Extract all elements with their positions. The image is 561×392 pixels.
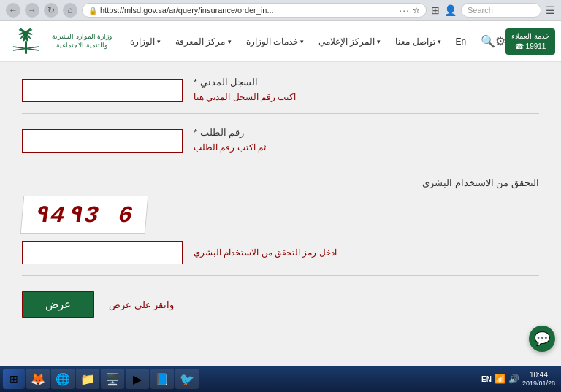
nav-item-en[interactable]: En bbox=[449, 32, 474, 51]
captcha-input-row: ادخل رمز التحقق من الاستخدام البشري bbox=[22, 241, 539, 264]
captcha-input-label: ادخل رمز التحقق من الاستخدام البشري bbox=[194, 247, 337, 258]
user-icon[interactable]: 👤 bbox=[444, 4, 457, 16]
nav-item-knowledge[interactable]: ▾ مركز المعرفة bbox=[168, 32, 238, 51]
taskbar-right: EN 📶 🔊 10:44 2019/01/28 bbox=[481, 370, 558, 388]
ministry-name-line2: والتنمية الاجتماعية bbox=[56, 42, 107, 49]
nav-menu: En ▾ تواصل معنا ▾ المركز الإعلامي ▾ خدما… bbox=[112, 32, 473, 51]
taskbar-firefox[interactable]: 🦊 bbox=[26, 369, 50, 389]
bookmark-icon[interactable]: ☆ bbox=[413, 6, 420, 15]
back-button[interactable]: ← bbox=[6, 3, 20, 18]
taskbar-facebook[interactable]: 📘 bbox=[150, 369, 174, 389]
extensions-icon[interactable]: ⊞ bbox=[431, 4, 440, 16]
request-number-label-section: رقم الطلب * ثم اكتب رقم الطلب bbox=[194, 127, 266, 153]
ministry-logo bbox=[6, 25, 46, 58]
search-placeholder: Search bbox=[468, 6, 493, 15]
start-button[interactable]: ⊞ bbox=[3, 369, 25, 389]
nav-item-contact[interactable]: ▾ تواصل معنا bbox=[388, 32, 448, 51]
taskbar-clock: 10:44 2019/01/28 bbox=[522, 370, 555, 388]
submit-button[interactable]: عرض bbox=[22, 291, 94, 318]
site-header: خدمة العملاء 19911 ☎ ⚙ 🔍 En ▾ تواصل معنا… bbox=[0, 21, 561, 62]
nav-item-media[interactable]: ▾ المركز الإعلامي bbox=[311, 32, 388, 51]
browser-chrome: ← → ↻ ⌂ 🔒 https://mlsd.gov.sa/ar/query/i… bbox=[0, 0, 561, 21]
taskbar-files[interactable]: 📁 bbox=[76, 369, 99, 389]
svg-rect-0 bbox=[25, 41, 27, 54]
customer-service-box[interactable]: خدمة العملاء 19911 ☎ bbox=[505, 28, 555, 55]
taskbar-lang: EN bbox=[481, 375, 492, 383]
request-number-title: رقم الطلب * bbox=[194, 127, 244, 138]
nav-arrow-knowledge: ▾ bbox=[228, 38, 232, 45]
taskbar-chrome[interactable]: 🌐 bbox=[51, 369, 75, 389]
civil-registry-row: السجل المدني * اكتب رقم السجل المدني هنا bbox=[22, 77, 539, 114]
civil-registry-title: السجل المدني * bbox=[194, 77, 258, 88]
ministry-name-line1: وزارة الموارد البشرية bbox=[52, 33, 112, 40]
captcha-code-image: 6 ٩4٩3 bbox=[20, 196, 149, 234]
browser-icons: ⊞ 👤 bbox=[431, 4, 457, 16]
nav-item-ministry[interactable]: ▾ الوزارة bbox=[123, 32, 168, 51]
civil-registry-input[interactable] bbox=[22, 79, 183, 102]
search-icon[interactable]: 🔍 bbox=[481, 34, 495, 48]
captcha-title: التحقق من الاستخدام البشري bbox=[22, 177, 539, 188]
taskbar-sys-icons: 📶 🔊 bbox=[495, 374, 519, 384]
nav-arrow-media: ▾ bbox=[377, 38, 381, 45]
captcha-display: 6 ٩4٩3 bbox=[22, 196, 539, 234]
chat-bubble-button[interactable]: 💬 bbox=[529, 326, 555, 352]
browser-top-bar: ← → ↻ ⌂ 🔒 https://mlsd.gov.sa/ar/query/i… bbox=[0, 0, 561, 20]
nav-item-services[interactable]: ▾ خدمات الوزارة bbox=[239, 32, 311, 51]
taskbar-apps: 🦊 🌐 📁 🖥️ ▶ 📘 🐦 bbox=[26, 369, 480, 389]
url-menu-icon[interactable]: ··· bbox=[399, 4, 410, 16]
submit-section: وانقر على عرض عرض bbox=[22, 291, 539, 318]
taskbar-computer[interactable]: 🖥️ bbox=[101, 369, 124, 389]
menu-icon[interactable]: ☰ bbox=[546, 4, 555, 16]
taskbar-media[interactable]: ▶ bbox=[126, 369, 149, 389]
refresh-button[interactable]: ↻ bbox=[44, 3, 58, 18]
taskbar-date-display: 2019/01/28 bbox=[522, 380, 555, 388]
taskbar: ⊞ 🦊 🌐 📁 🖥️ ▶ 📘 🐦 EN 📶 🔊 10:44 2019/01/28 bbox=[0, 366, 561, 392]
customer-service-label: خدمة العملاء bbox=[511, 31, 549, 42]
url-text: https://mlsd.gov.sa/ar/query/insurance/o… bbox=[100, 6, 396, 15]
home-button[interactable]: ⌂ bbox=[63, 3, 77, 18]
url-bar[interactable]: 🔒 https://mlsd.gov.sa/ar/query/insurance… bbox=[82, 3, 427, 18]
submit-instruction-label: وانقر على عرض bbox=[109, 299, 174, 310]
request-number-input[interactable] bbox=[22, 129, 183, 153]
customer-service-number: 19911 ☎ bbox=[511, 42, 549, 52]
taskbar-time-display: 10:44 bbox=[522, 370, 555, 380]
taskbar-volume-icon: 🔊 bbox=[508, 374, 519, 384]
settings-icon[interactable]: ⚙ bbox=[495, 34, 505, 48]
civil-registry-label-section: السجل المدني * اكتب رقم السجل المدني هنا bbox=[194, 77, 296, 102]
forward-button[interactable]: → bbox=[25, 3, 39, 18]
main-content: السجل المدني * اكتب رقم السجل المدني هنا… bbox=[0, 62, 561, 354]
browser-search-bar[interactable]: Search bbox=[461, 3, 541, 18]
request-number-row: رقم الطلب * ثم اكتب رقم الطلب bbox=[22, 127, 539, 164]
captcha-input[interactable] bbox=[22, 241, 183, 264]
nav-arrow-ministry: ▾ bbox=[157, 38, 161, 45]
taskbar-network-icon: 📶 bbox=[495, 374, 505, 384]
windows-start-icon: ⊞ bbox=[9, 373, 18, 385]
nav-arrow-services: ▾ bbox=[300, 38, 304, 45]
request-number-hint: ثم اكتب رقم الطلب bbox=[194, 142, 266, 153]
lock-icon: 🔒 bbox=[88, 7, 97, 15]
chat-icon: 💬 bbox=[534, 331, 550, 347]
top-nav: خدمة العملاء 19911 ☎ ⚙ 🔍 En ▾ تواصل معنا… bbox=[0, 21, 561, 61]
civil-registry-hint: اكتب رقم السجل المدني هنا bbox=[194, 92, 296, 102]
captcha-section: التحقق من الاستخدام البشري 6 ٩4٩3 ادخل ر… bbox=[22, 177, 539, 276]
taskbar-twitter[interactable]: 🐦 bbox=[175, 369, 199, 389]
logo-area: وزارة الموارد البشرية والتنمية الاجتماعي… bbox=[6, 25, 112, 58]
nav-arrow-contact: ▾ bbox=[438, 38, 441, 45]
